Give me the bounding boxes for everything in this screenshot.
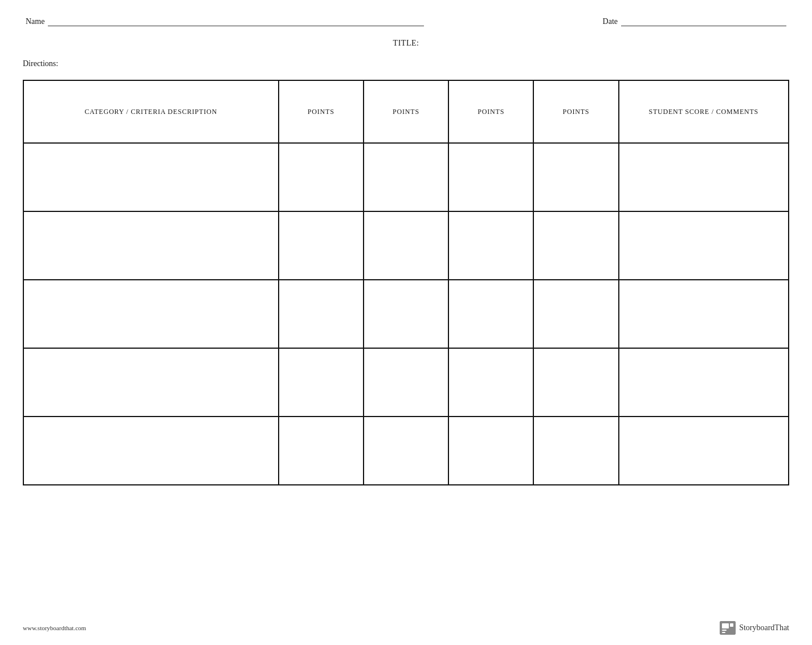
table-cell-r0-c0 [23, 143, 279, 211]
name-underline [48, 26, 424, 26]
table-cell-r4-c0 [23, 417, 279, 485]
table-cell-r1-c1 [279, 211, 364, 280]
table-row [23, 143, 789, 211]
date-field: Date [603, 17, 786, 26]
table-cell-r4-c1 [279, 417, 364, 485]
footer-logo: StoryboardThat [720, 621, 789, 635]
title-section: TITLE: [23, 38, 789, 48]
svg-rect-2 [722, 630, 727, 631]
table-cell-r1-c5 [619, 211, 789, 280]
table-row [23, 280, 789, 348]
footer-logo-text: StoryboardThat [739, 623, 789, 632]
table-cell-r3-c1 [279, 348, 364, 417]
col-header-points1: POINTS [279, 80, 364, 143]
table-cell-r3-c4 [533, 348, 618, 417]
table-cell-r0-c2 [364, 143, 448, 211]
table-cell-r2-c0 [23, 280, 279, 348]
table-cell-r3-c3 [448, 348, 533, 417]
table-row [23, 348, 789, 417]
directions-label: Directions: [23, 59, 58, 68]
table-header-row: CATEGORY / CRITERIA DESCRIPTION POINTS P… [23, 80, 789, 143]
table-cell-r3-c0 [23, 348, 279, 417]
date-label: Date [603, 17, 618, 26]
logo-svg [720, 621, 736, 635]
table-cell-r0-c3 [448, 143, 533, 211]
date-underline [621, 26, 786, 26]
table-cell-r4-c3 [448, 417, 533, 485]
page-wrapper: Name Date TITLE: Directions: CATEGORY / … [0, 0, 812, 645]
table-cell-r1-c3 [448, 211, 533, 280]
table-cell-r0-c1 [279, 143, 364, 211]
svg-rect-4 [730, 623, 733, 627]
table-cell-r2-c3 [448, 280, 533, 348]
table-row [23, 417, 789, 485]
header-section: Name Date [23, 17, 789, 26]
table-cell-r4-c2 [364, 417, 448, 485]
table-row [23, 211, 789, 280]
footer: www.storyboardthat.com StoryboardThat [0, 621, 812, 635]
storyboardthat-logo-icon [720, 621, 736, 635]
table-cell-r2-c1 [279, 280, 364, 348]
col-header-points4: POINTS [533, 80, 618, 143]
table-cell-r4-c4 [533, 417, 618, 485]
table-body [23, 143, 789, 485]
table-cell-r2-c4 [533, 280, 618, 348]
name-field: Name [26, 17, 603, 26]
title-text: TITLE: [393, 39, 419, 47]
col-header-points2: POINTS [364, 80, 448, 143]
name-label: Name [26, 17, 44, 26]
footer-website: www.storyboardthat.com [23, 624, 86, 631]
table-cell-r2-c5 [619, 280, 789, 348]
table-cell-r2-c2 [364, 280, 448, 348]
table-cell-r3-c5 [619, 348, 789, 417]
svg-rect-1 [722, 623, 729, 628]
table-cell-r3-c2 [364, 348, 448, 417]
table-cell-r1-c2 [364, 211, 448, 280]
col-header-points3: POINTS [448, 80, 533, 143]
table-cell-r4-c5 [619, 417, 789, 485]
col-header-student-score: STUDENT SCORE / COMMENTS [619, 80, 789, 143]
svg-rect-3 [722, 632, 725, 633]
rubric-table: CATEGORY / CRITERIA DESCRIPTION POINTS P… [23, 80, 789, 485]
table-cell-r1-c4 [533, 211, 618, 280]
col-header-category: CATEGORY / CRITERIA DESCRIPTION [23, 80, 279, 143]
table-cell-r0-c5 [619, 143, 789, 211]
table-cell-r0-c4 [533, 143, 618, 211]
table-cell-r1-c0 [23, 211, 279, 280]
directions-section: Directions: [23, 58, 789, 68]
